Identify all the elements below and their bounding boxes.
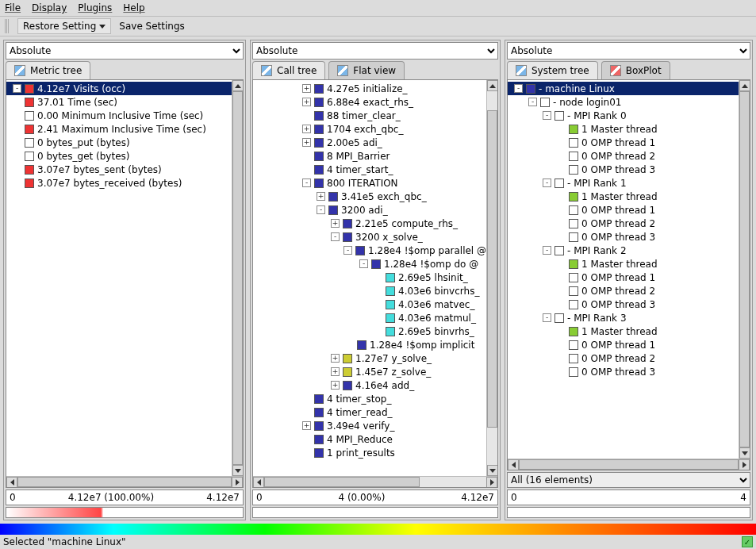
menu-file[interactable]: File [5,2,21,13]
tree-row[interactable]: 2.69e5 lhsinit_ [253,271,486,284]
tree-row[interactable]: 0 OMP thread 2 [508,149,739,163]
tree-row[interactable]: 4 MPI_Reduce [253,432,486,446]
tree-row[interactable]: -4.12e7 Visits (occ) [6,82,232,95]
tree-row[interactable]: -- MPI Rank 1 [508,176,739,190]
tree-row[interactable]: +4.16e4 add_ [253,378,486,392]
collapse-icon[interactable]: - [317,205,325,214]
tree-row[interactable]: +2.21e5 compute_rhs_ [253,217,486,230]
tree-row[interactable]: +4.27e5 initialize_ [253,82,486,95]
collapse-icon[interactable]: - [528,98,537,106]
tab-flat-view[interactable]: Flat view [328,61,405,79]
expand-icon[interactable]: + [317,192,325,201]
menu-display[interactable]: Display [32,2,67,13]
tree-row[interactable]: 0 bytes_put (bytes) [6,136,232,149]
save-settings-button[interactable]: Save Settings [119,21,185,32]
metric-scroll-v[interactable] [232,80,243,476]
tree-row[interactable]: 1 Master thread [508,257,739,271]
tree-row[interactable]: 1 Master thread [508,122,739,136]
collapse-icon[interactable]: - [543,246,551,255]
collapse-icon[interactable]: - [543,313,551,322]
tree-row[interactable]: 1 print_results [253,446,486,459]
tree-row[interactable]: 2.41 Maximum Inclusive Time (sec) [6,122,232,136]
tree-row[interactable]: +1.27e7 y_solve_ [253,351,486,365]
collapse-icon[interactable]: - [13,84,21,93]
tree-row[interactable]: 4.03e6 matmul_ [253,311,486,324]
tree-row[interactable]: 0 OMP thread 1 [508,136,739,149]
collapse-icon[interactable]: - [359,259,368,268]
restore-setting-button[interactable]: Restore Setting [17,18,111,34]
tree-row[interactable]: 1 Master thread [508,324,739,338]
tree-row[interactable]: +3.49e4 verify_ [253,419,486,432]
tree-row[interactable]: +6.88e4 exact_rhs_ [253,95,486,109]
system-mode-select[interactable]: Absolute [507,42,750,60]
expand-icon[interactable]: + [331,354,340,363]
menu-plugins[interactable]: Plugins [78,2,112,13]
tree-row[interactable]: 1.28e4 !$omp implicit [253,338,486,351]
collapse-icon[interactable]: - [331,232,340,241]
system-tree[interactable]: -- machine Linux-- node login01-- MPI Ra… [508,80,739,459]
tree-row[interactable]: 0 OMP thread 2 [508,351,739,365]
tree-row[interactable]: 2.69e5 binvrhs_ [253,324,486,338]
tree-row[interactable]: +2.00e5 adi_ [253,136,486,149]
expand-icon[interactable]: + [302,84,311,93]
tree-row[interactable]: 1 Master thread [508,190,739,203]
call-tree[interactable]: +4.27e5 initialize_+6.88e4 exact_rhs_88 … [253,80,486,476]
expand-icon[interactable]: + [331,367,340,376]
tree-row[interactable]: 4.03e6 matvec_ [253,298,486,311]
tree-row[interactable]: -- machine Linux [508,82,739,95]
tree-row[interactable]: +3.41e5 exch_qbc_ [253,190,486,203]
tree-row[interactable]: +1.45e7 z_solve_ [253,365,486,378]
collapse-icon[interactable]: - [514,84,523,93]
collapse-icon[interactable]: - [543,111,551,120]
tree-row[interactable]: 0 OMP thread 3 [508,230,739,244]
tree-row[interactable]: -1.28e4 !$omp do @ [253,257,486,271]
tree-row[interactable]: 0.00 Minimum Inclusive Time (sec) [6,109,232,122]
tree-row[interactable]: 0 OMP thread 1 [508,271,739,284]
tree-row[interactable]: -- MPI Rank 2 [508,244,739,257]
tree-row[interactable]: 4 timer_read_ [253,405,486,419]
tree-row[interactable]: 4.03e6 binvcrhs_ [253,284,486,298]
metric-scroll-h[interactable] [6,476,243,487]
calltree-mode-select[interactable]: Absolute [252,42,498,60]
tree-row[interactable]: 0 OMP thread 3 [508,163,739,176]
system-scroll-h[interactable] [508,459,750,470]
tree-row[interactable]: -3200 adi_ [253,203,486,217]
system-scroll-v[interactable] [739,80,750,459]
menu-help[interactable]: Help [123,2,144,13]
collapse-icon[interactable]: - [343,246,352,255]
collapse-icon[interactable]: - [543,179,551,187]
expand-icon[interactable]: + [302,125,311,133]
collapse-icon[interactable]: - [302,179,311,187]
tree-row[interactable]: 0 OMP thread 1 [508,338,739,351]
tree-row[interactable]: 3.07e7 bytes_sent (bytes) [6,163,232,176]
expand-icon[interactable]: + [331,219,340,228]
calltree-scroll-v[interactable] [486,80,497,476]
tree-row[interactable]: -1.28e4 !$omp parallel @ [253,244,486,257]
calltree-scroll-h[interactable] [253,476,497,487]
toolbar-grip[interactable] [5,19,10,33]
tab-metric-tree[interactable]: Metric tree [6,61,90,79]
tab-boxplot[interactable]: BoxPlot [601,61,670,79]
tree-row[interactable]: 0 OMP thread 3 [508,298,739,311]
tree-row[interactable]: 4 timer_start_ [253,163,486,176]
tree-row[interactable]: 3.07e7 bytes_received (bytes) [6,176,232,190]
tree-row[interactable]: 0 OMP thread 1 [508,203,739,217]
tree-row[interactable]: -- MPI Rank 3 [508,311,739,324]
tree-row[interactable]: 0 OMP thread 2 [508,284,739,298]
tree-row[interactable]: 4 timer_stop_ [253,392,486,405]
system-elements-select[interactable]: All (16 elements) [507,472,750,488]
tree-row[interactable]: 0 OMP thread 2 [508,217,739,230]
expand-icon[interactable]: + [302,98,311,106]
tree-row[interactable]: 88 timer_clear_ [253,109,486,122]
tree-row[interactable]: -3200 x_solve_ [253,230,486,244]
expand-icon[interactable]: + [302,421,311,430]
tree-row[interactable]: 0 bytes_get (bytes) [6,149,232,163]
tree-row[interactable]: -- node login01 [508,95,739,109]
tree-row[interactable]: 8 MPI_Barrier [253,149,486,163]
tree-row[interactable]: 37.01 Time (sec) [6,95,232,109]
tree-row[interactable]: -800 ITERATION [253,176,486,190]
tree-row[interactable]: +1704 exch_qbc_ [253,122,486,136]
tab-call-tree[interactable]: Call tree [252,61,325,79]
tree-row[interactable]: -- MPI Rank 0 [508,109,739,122]
tab-system-tree[interactable]: System tree [507,61,598,79]
